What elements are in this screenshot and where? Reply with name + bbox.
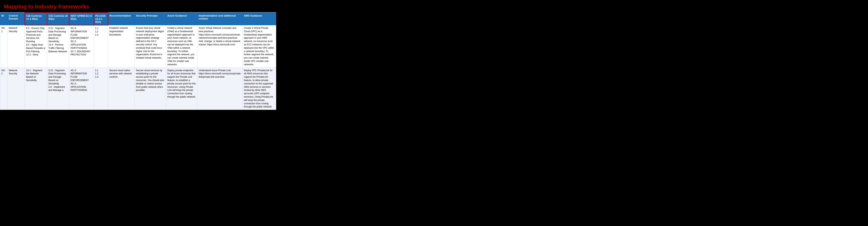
header-azure: Azure Guidance (166, 12, 197, 25)
cell-azure-1: Deploy private endpoints for all Azure r… (166, 67, 197, 110)
cell-security-1: Secure cloud services by establishing a … (135, 67, 166, 110)
framework-table: IDControl DomainCIS Controls v7.1 ID(s)C… (0, 12, 276, 110)
cell-domain-1: Network Security (7, 67, 25, 110)
cell-recommendation-0: Establish network segmentation boundarie… (108, 25, 135, 68)
table-row: NS-2Network Security14.1 - Segment the N… (0, 67, 276, 110)
cell-id-1: NS-2 (0, 67, 7, 110)
header-pcidss: PCI-DSS v3.2.1 ID(s) (94, 12, 108, 25)
cell-domain-0: Network Security (7, 25, 25, 68)
cell-azure-0: Create a virtual network (VNet) as a fun… (166, 25, 197, 68)
cell-cis71-0: 9.2 - Ensure Only Approved Ports, Protoc… (25, 25, 47, 68)
cell-cis8-0: 3.12 - Segment Data Processing and Stora… (47, 25, 69, 68)
cell-nist-0: AC-4: INFORMATION FLOW ENFORCEMENTSC-2: … (69, 25, 94, 68)
cell-aws-0: Create a Virtual Private Cloud (VPC) as … (243, 25, 276, 68)
cell-impl-1: Understand Azure Private Link: https://d… (197, 67, 243, 110)
header-cis71: CIS Controls v7.1 ID(s) (25, 12, 47, 25)
cell-security-0: Ensure that your virtual network deploym… (135, 25, 166, 68)
header-aws: AWS Guidance (243, 12, 276, 25)
cell-cis8-1: 3.12 - Segment Data Processing and Stora… (47, 67, 69, 110)
cell-pcidss-1: 1.11.21.3 (94, 67, 108, 110)
table-row: NS-1Network Security9.2 - Ensure Only Ap… (0, 25, 276, 68)
header-nist: NIST SP800-53 r4 ID(s) (69, 12, 94, 25)
header-security: Security Principle (135, 12, 166, 25)
cell-recommendation-1: Secure cloud native services with networ… (108, 67, 135, 110)
cell-pcidss-0: 1.11.21.3 (94, 25, 108, 68)
cell-id-0: NS-1 (0, 25, 7, 68)
cell-nist-1: AC-4: INFORMATION FLOW ENFORCEMENTSC-2: … (69, 67, 94, 110)
page-title: Mapping to industry frameworks (0, 0, 276, 12)
cell-cis71-1: 14.1 - Segment the Network Based on Sens… (25, 67, 47, 110)
header-domain: Control Domain (7, 12, 25, 25)
header-recommendation: Recommendation (108, 12, 135, 25)
header-id: ID (0, 12, 7, 25)
cell-impl-0: Azure Virtual Network concepts and best … (197, 25, 243, 68)
cell-aws-1: Deploy VPC PrivateLink for all AWS resou… (243, 67, 276, 110)
header-cis8: CIS Controls v8 ID(s) (47, 12, 69, 25)
header-impl: Implementation and additional context (197, 12, 243, 25)
